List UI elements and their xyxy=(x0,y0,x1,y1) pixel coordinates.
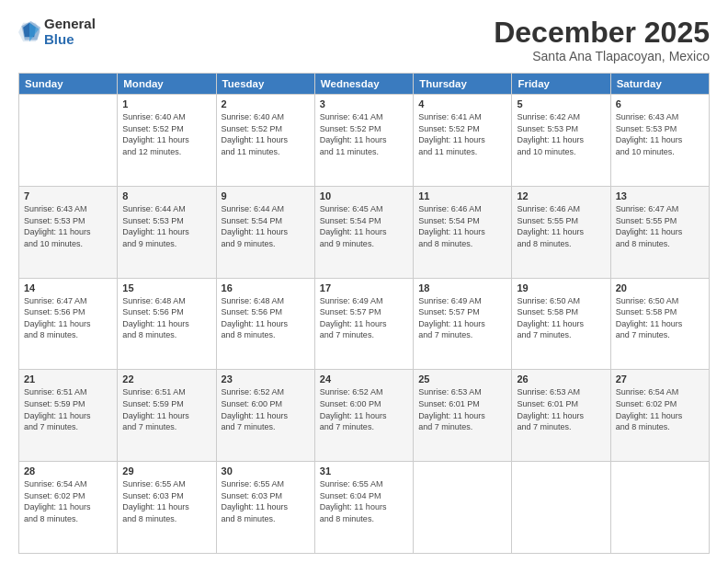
calendar-body: 1Sunrise: 6:40 AM Sunset: 5:52 PM Daylig… xyxy=(19,95,710,554)
calendar-cell xyxy=(414,462,512,554)
col-tuesday: Tuesday xyxy=(216,74,314,95)
day-number: 14 xyxy=(24,282,112,293)
calendar-cell: 3Sunrise: 6:41 AM Sunset: 5:52 PM Daylig… xyxy=(314,95,413,187)
day-number: 9 xyxy=(222,190,310,201)
day-number: 23 xyxy=(222,373,310,385)
calendar-cell: 23Sunrise: 6:52 AM Sunset: 6:00 PM Dayli… xyxy=(216,370,314,462)
day-info: Sunrise: 6:49 AM Sunset: 5:57 PM Dayligh… xyxy=(320,295,408,341)
day-number: 31 xyxy=(320,465,408,477)
day-number: 11 xyxy=(418,190,506,201)
day-number: 3 xyxy=(320,98,408,109)
calendar-cell: 9Sunrise: 6:44 AM Sunset: 5:54 PM Daylig… xyxy=(216,186,314,278)
day-number: 10 xyxy=(320,190,408,201)
calendar-header: Sunday Monday Tuesday Wednesday Thursday… xyxy=(19,74,710,95)
day-number: 7 xyxy=(24,190,112,201)
day-number: 20 xyxy=(616,282,704,293)
calendar-week-0: 1Sunrise: 6:40 AM Sunset: 5:52 PM Daylig… xyxy=(19,95,710,187)
calendar-cell: 13Sunrise: 6:47 AM Sunset: 5:55 PM Dayli… xyxy=(610,186,709,278)
day-info: Sunrise: 6:54 AM Sunset: 6:02 PM Dayligh… xyxy=(616,386,704,432)
day-info: Sunrise: 6:43 AM Sunset: 5:53 PM Dayligh… xyxy=(616,111,704,157)
header-row: Sunday Monday Tuesday Wednesday Thursday… xyxy=(19,74,710,95)
day-info: Sunrise: 6:42 AM Sunset: 5:53 PM Dayligh… xyxy=(517,111,605,157)
calendar-table: Sunday Monday Tuesday Wednesday Thursday… xyxy=(18,73,710,554)
header: General Blue December 2025 Santa Ana Tla… xyxy=(18,17,710,63)
day-info: Sunrise: 6:40 AM Sunset: 5:52 PM Dayligh… xyxy=(222,111,310,157)
day-info: Sunrise: 6:50 AM Sunset: 5:58 PM Dayligh… xyxy=(616,295,704,341)
day-number: 15 xyxy=(122,282,210,293)
day-number: 21 xyxy=(24,373,112,385)
page: General Blue December 2025 Santa Ana Tla… xyxy=(0,0,728,563)
calendar-week-1: 7Sunrise: 6:43 AM Sunset: 5:53 PM Daylig… xyxy=(19,186,710,278)
calendar-cell: 15Sunrise: 6:48 AM Sunset: 5:56 PM Dayli… xyxy=(118,278,216,370)
calendar-cell: 21Sunrise: 6:51 AM Sunset: 5:59 PM Dayli… xyxy=(19,370,118,462)
day-info: Sunrise: 6:41 AM Sunset: 5:52 PM Dayligh… xyxy=(320,111,408,157)
day-info: Sunrise: 6:43 AM Sunset: 5:53 PM Dayligh… xyxy=(24,203,112,249)
day-info: Sunrise: 6:48 AM Sunset: 5:56 PM Dayligh… xyxy=(222,295,310,341)
calendar-cell: 18Sunrise: 6:49 AM Sunset: 5:57 PM Dayli… xyxy=(414,278,512,370)
calendar-cell: 8Sunrise: 6:44 AM Sunset: 5:53 PM Daylig… xyxy=(118,186,216,278)
day-number: 26 xyxy=(517,373,605,385)
day-number: 17 xyxy=(320,282,408,293)
calendar-cell: 16Sunrise: 6:48 AM Sunset: 5:56 PM Dayli… xyxy=(216,278,314,370)
calendar-cell: 4Sunrise: 6:41 AM Sunset: 5:52 PM Daylig… xyxy=(414,95,512,187)
day-number: 18 xyxy=(418,282,506,293)
day-info: Sunrise: 6:50 AM Sunset: 5:58 PM Dayligh… xyxy=(517,295,605,341)
calendar-cell: 12Sunrise: 6:46 AM Sunset: 5:55 PM Dayli… xyxy=(512,186,610,278)
day-number: 1 xyxy=(122,98,210,109)
day-info: Sunrise: 6:53 AM Sunset: 6:01 PM Dayligh… xyxy=(418,386,506,432)
day-info: Sunrise: 6:47 AM Sunset: 5:55 PM Dayligh… xyxy=(616,203,704,249)
day-number: 25 xyxy=(418,373,506,385)
calendar-cell: 7Sunrise: 6:43 AM Sunset: 5:53 PM Daylig… xyxy=(19,186,118,278)
calendar-cell: 25Sunrise: 6:53 AM Sunset: 6:01 PM Dayli… xyxy=(414,370,512,462)
day-info: Sunrise: 6:44 AM Sunset: 5:54 PM Dayligh… xyxy=(222,203,310,249)
day-info: Sunrise: 6:55 AM Sunset: 6:03 PM Dayligh… xyxy=(222,478,310,524)
day-info: Sunrise: 6:47 AM Sunset: 5:56 PM Dayligh… xyxy=(24,295,112,341)
calendar-cell: 10Sunrise: 6:45 AM Sunset: 5:54 PM Dayli… xyxy=(314,186,413,278)
calendar-cell: 30Sunrise: 6:55 AM Sunset: 6:03 PM Dayli… xyxy=(216,462,314,554)
day-number: 5 xyxy=(517,98,605,109)
calendar-cell: 29Sunrise: 6:55 AM Sunset: 6:03 PM Dayli… xyxy=(118,462,216,554)
day-info: Sunrise: 6:55 AM Sunset: 6:04 PM Dayligh… xyxy=(320,478,408,524)
day-number: 16 xyxy=(222,282,310,293)
calendar-cell: 2Sunrise: 6:40 AM Sunset: 5:52 PM Daylig… xyxy=(216,95,314,187)
day-info: Sunrise: 6:51 AM Sunset: 5:59 PM Dayligh… xyxy=(24,386,112,432)
col-monday: Monday xyxy=(118,74,216,95)
calendar-cell xyxy=(19,95,118,187)
calendar-week-4: 28Sunrise: 6:54 AM Sunset: 6:02 PM Dayli… xyxy=(19,462,710,554)
day-number: 27 xyxy=(616,373,704,385)
day-info: Sunrise: 6:53 AM Sunset: 6:01 PM Dayligh… xyxy=(517,386,605,432)
calendar-cell xyxy=(512,462,610,554)
day-number: 22 xyxy=(122,373,210,385)
day-info: Sunrise: 6:40 AM Sunset: 5:52 PM Dayligh… xyxy=(122,111,210,157)
calendar-cell: 20Sunrise: 6:50 AM Sunset: 5:58 PM Dayli… xyxy=(610,278,709,370)
calendar-week-2: 14Sunrise: 6:47 AM Sunset: 5:56 PM Dayli… xyxy=(19,278,710,370)
logo-icon xyxy=(18,19,40,45)
day-info: Sunrise: 6:52 AM Sunset: 6:00 PM Dayligh… xyxy=(222,386,310,432)
day-number: 24 xyxy=(320,373,408,385)
title-block: December 2025 Santa Ana Tlapacoyan, Mexi… xyxy=(494,17,710,63)
calendar-cell: 1Sunrise: 6:40 AM Sunset: 5:52 PM Daylig… xyxy=(118,95,216,187)
month-title: December 2025 xyxy=(494,17,710,49)
day-info: Sunrise: 6:41 AM Sunset: 5:52 PM Dayligh… xyxy=(418,111,506,157)
day-number: 4 xyxy=(418,98,506,109)
day-number: 12 xyxy=(517,190,605,201)
logo-blue: Blue xyxy=(44,32,96,48)
calendar-cell: 6Sunrise: 6:43 AM Sunset: 5:53 PM Daylig… xyxy=(610,95,709,187)
calendar-cell: 27Sunrise: 6:54 AM Sunset: 6:02 PM Dayli… xyxy=(610,370,709,462)
calendar-cell: 26Sunrise: 6:53 AM Sunset: 6:01 PM Dayli… xyxy=(512,370,610,462)
day-info: Sunrise: 6:55 AM Sunset: 6:03 PM Dayligh… xyxy=(122,478,210,524)
calendar-cell: 28Sunrise: 6:54 AM Sunset: 6:02 PM Dayli… xyxy=(19,462,118,554)
day-info: Sunrise: 6:45 AM Sunset: 5:54 PM Dayligh… xyxy=(320,203,408,249)
day-info: Sunrise: 6:46 AM Sunset: 5:55 PM Dayligh… xyxy=(517,203,605,249)
day-number: 2 xyxy=(222,98,310,109)
day-number: 19 xyxy=(517,282,605,293)
day-info: Sunrise: 6:48 AM Sunset: 5:56 PM Dayligh… xyxy=(122,295,210,341)
calendar-cell: 31Sunrise: 6:55 AM Sunset: 6:04 PM Dayli… xyxy=(314,462,413,554)
calendar-cell: 22Sunrise: 6:51 AM Sunset: 5:59 PM Dayli… xyxy=(118,370,216,462)
logo-text: General Blue xyxy=(44,17,96,47)
day-number: 30 xyxy=(222,465,310,477)
location-subtitle: Santa Ana Tlapacoyan, Mexico xyxy=(494,49,710,63)
calendar-cell: 5Sunrise: 6:42 AM Sunset: 5:53 PM Daylig… xyxy=(512,95,610,187)
calendar-cell: 24Sunrise: 6:52 AM Sunset: 6:00 PM Dayli… xyxy=(314,370,413,462)
calendar-cell xyxy=(610,462,709,554)
